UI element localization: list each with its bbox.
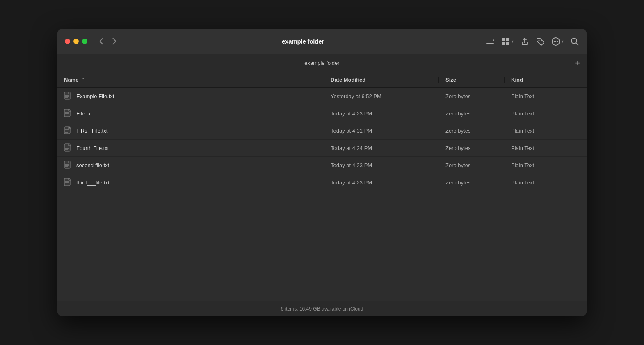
file-kind: Plain Text xyxy=(505,93,587,99)
svg-rect-2 xyxy=(486,43,494,44)
more-chevron: ▾ xyxy=(562,39,564,44)
grid-view-button[interactable]: ▾ xyxy=(501,37,514,46)
grid-view-chevron: ▾ xyxy=(512,39,514,44)
forward-button[interactable] xyxy=(109,36,120,47)
file-icon xyxy=(64,178,72,188)
file-name-cell: File.txt xyxy=(57,109,324,119)
file-size: Zero bytes xyxy=(439,110,505,117)
maximize-button[interactable] xyxy=(82,39,87,44)
file-size: Zero bytes xyxy=(439,162,505,168)
window-title: example folder xyxy=(120,38,486,45)
close-button[interactable] xyxy=(65,39,70,44)
svg-rect-22 xyxy=(64,126,70,134)
file-name-text: third___file.txt xyxy=(76,179,110,186)
file-size: Zero bytes xyxy=(439,145,505,151)
folder-name-bar: example folder + xyxy=(57,54,587,72)
svg-point-10 xyxy=(555,41,556,41)
file-name-text: Example File.txt xyxy=(76,93,114,99)
tag-button[interactable] xyxy=(536,37,545,46)
file-name-text: Fourth File.txt xyxy=(76,145,109,151)
back-button[interactable] xyxy=(96,36,107,47)
svg-rect-34 xyxy=(64,178,70,186)
file-date: Today at 4:31 PM xyxy=(324,128,439,134)
svg-rect-26 xyxy=(64,144,70,151)
table-row[interactable]: File.txt Today at 4:23 PM Zero bytes Pla… xyxy=(57,105,587,122)
folder-label: example folder xyxy=(304,60,339,66)
table-row[interactable]: Fourth File.txt Today at 4:24 PM Zero by… xyxy=(57,140,587,157)
svg-rect-3 xyxy=(502,38,505,41)
file-date: Today at 4:23 PM xyxy=(324,110,439,117)
table-row[interactable]: second-file.txt Today at 4:23 PM Zero by… xyxy=(57,157,587,174)
svg-rect-0 xyxy=(486,39,494,39)
file-icon xyxy=(64,109,72,119)
file-name-cell: Example File.txt xyxy=(57,92,324,101)
file-kind: Plain Text xyxy=(505,145,587,151)
table-row[interactable]: Example File.txt Yesterday at 6:52 PM Ze… xyxy=(57,88,587,105)
file-name-text: FiRsT File.txt xyxy=(76,128,107,134)
file-size: Zero bytes xyxy=(439,93,505,99)
status-text: 6 items, 16.49 GB available on iCloud xyxy=(281,306,363,312)
more-button[interactable]: ▾ xyxy=(551,37,564,46)
col-header-kind[interactable]: Kind xyxy=(505,77,587,83)
nav-buttons xyxy=(96,36,120,47)
status-bar: 6 items, 16.49 GB available on iCloud xyxy=(57,301,587,316)
file-icon xyxy=(64,92,72,101)
svg-line-13 xyxy=(576,43,578,45)
table-row[interactable]: third___file.txt Today at 4:23 PM Zero b… xyxy=(57,174,587,191)
finder-window: example folder ▾ xyxy=(57,29,587,316)
file-icon xyxy=(64,126,72,136)
table-row[interactable]: FiRsT File.txt Today at 4:31 PM Zero byt… xyxy=(57,122,587,140)
file-icon xyxy=(64,161,72,170)
sort-arrow-icon: ⌃ xyxy=(81,77,84,83)
minimize-button[interactable] xyxy=(73,39,79,44)
file-kind: Plain Text xyxy=(505,110,587,117)
file-name-text: second-file.txt xyxy=(76,162,109,168)
add-button[interactable]: + xyxy=(575,59,580,67)
list-sort-button[interactable] xyxy=(486,37,495,46)
file-name-cell: second-file.txt xyxy=(57,161,324,170)
title-bar: example folder ▾ xyxy=(57,29,587,54)
svg-rect-5 xyxy=(502,42,505,45)
file-icon xyxy=(64,143,72,153)
file-date: Today at 4:23 PM xyxy=(324,162,439,168)
file-name-cell: FiRsT File.txt xyxy=(57,126,324,136)
svg-rect-14 xyxy=(64,92,70,99)
svg-point-7 xyxy=(539,39,540,41)
svg-rect-4 xyxy=(506,38,509,41)
file-date: Today at 4:24 PM xyxy=(324,145,439,151)
search-button[interactable] xyxy=(570,37,579,46)
file-name-cell: third___file.txt xyxy=(57,178,324,188)
file-kind: Plain Text xyxy=(505,162,587,168)
svg-rect-6 xyxy=(506,42,509,45)
file-list: Example File.txt Yesterday at 6:52 PM Ze… xyxy=(57,88,587,301)
svg-point-11 xyxy=(557,41,558,41)
toolbar-icons: ▾ xyxy=(486,37,579,46)
svg-rect-18 xyxy=(64,109,70,117)
file-date: Today at 4:23 PM xyxy=(324,179,439,186)
traffic-lights xyxy=(65,39,87,44)
col-header-size[interactable]: Size xyxy=(439,77,505,83)
col-header-name[interactable]: Name ⌃ xyxy=(57,77,324,83)
col-header-date[interactable]: Date Modified xyxy=(324,77,439,83)
share-button[interactable] xyxy=(520,37,529,46)
svg-point-9 xyxy=(554,41,555,41)
file-date: Yesterday at 6:52 PM xyxy=(324,93,439,99)
file-size: Zero bytes xyxy=(439,179,505,186)
file-size: Zero bytes xyxy=(439,128,505,134)
file-kind: Plain Text xyxy=(505,179,587,186)
svg-rect-30 xyxy=(64,161,70,168)
file-name-cell: Fourth File.txt xyxy=(57,143,324,153)
file-kind: Plain Text xyxy=(505,128,587,134)
column-headers: Name ⌃ Date Modified Size Kind xyxy=(57,72,587,88)
file-name-text: File.txt xyxy=(76,110,92,117)
